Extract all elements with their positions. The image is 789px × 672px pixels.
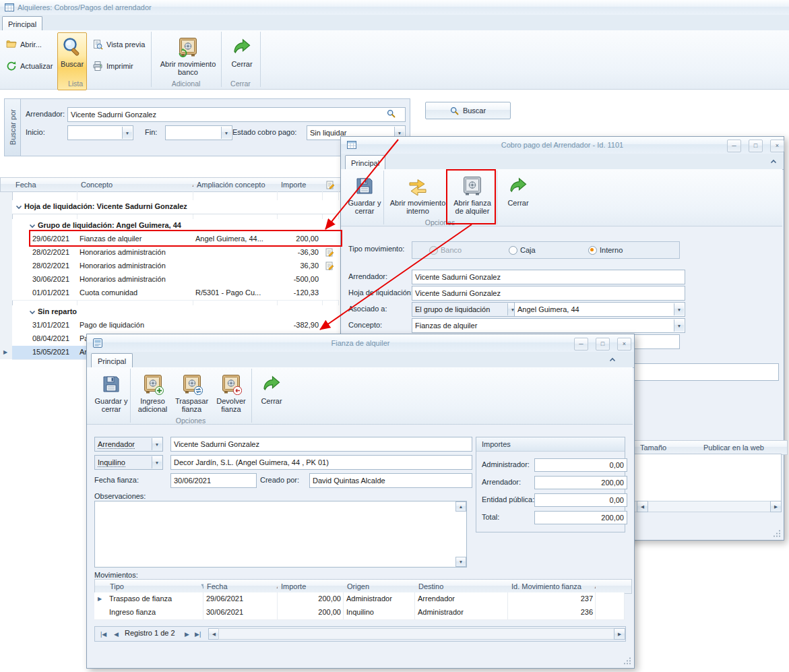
collapse-ribbon-icon[interactable] bbox=[768, 156, 779, 166]
arrendador-input[interactable]: Vicente Sadurni Gonzalez bbox=[67, 107, 406, 122]
refresh-button[interactable]: Actualizar bbox=[4, 59, 55, 73]
mov-table-row[interactable]: ▶ Traspaso de fianza 29/06/2021 200,00 A… bbox=[94, 592, 625, 607]
table-row[interactable]: 31/01/2021 Pago de liquidación -382,90 bbox=[12, 319, 339, 333]
inicio-date-combo[interactable]: ▼ bbox=[67, 125, 133, 140]
table-row[interactable]: 29/06/2021 Fianzas de alquiler Angel Gui… bbox=[12, 233, 339, 247]
table-row[interactable]: 28/02/2021 Honorarios administración 36,… bbox=[12, 259, 339, 274]
entidad-publica-input[interactable]: 0,00 bbox=[534, 493, 627, 507]
creado-por-input[interactable]: David Quintas Alcalde bbox=[309, 473, 472, 488]
scroll-up-icon[interactable]: ▲ bbox=[455, 501, 466, 512]
dialog-cobro-titlebar: Cobro pago del Arrendador - Id. 1101 ─ □… bbox=[341, 137, 784, 154]
table-row[interactable]: 28/02/2021 Honorarios administración -36… bbox=[12, 246, 339, 260]
transfer-deposit-button[interactable]: Traspasar fianza bbox=[172, 369, 211, 421]
maximize-button[interactable]: □ bbox=[596, 338, 610, 350]
scroll-right-icon[interactable]: ▶ bbox=[770, 501, 782, 512]
safe-plus-icon bbox=[142, 373, 164, 395]
chevron-down-icon[interactable]: ▼ bbox=[674, 303, 684, 315]
radio-banco[interactable] bbox=[429, 246, 438, 255]
grid-header-ampliacion[interactable]: Ampliación concepto bbox=[193, 177, 285, 192]
inquilino-input[interactable]: Decor Jardín, S.L. (Angel Guimera, 44 , … bbox=[170, 455, 472, 470]
fecha-fianza-input[interactable]: 30/06/2021 bbox=[170, 473, 257, 488]
mov-header-tipo[interactable]: Tipo bbox=[106, 579, 211, 594]
ribbon-separator bbox=[260, 32, 261, 87]
close-dialog-ribbon-button[interactable]: Cerrar bbox=[254, 369, 289, 421]
additional-deposit-button[interactable]: Ingreso adicional bbox=[133, 369, 172, 421]
main-ribbon: Abrir... Actualizar Buscar Vista previa … bbox=[0, 30, 789, 90]
mov-header-importe[interactable]: Importe bbox=[278, 579, 351, 594]
nav-prev-icon[interactable]: ◀ bbox=[114, 630, 119, 639]
grid-header-concepto[interactable]: Concepto ▲ bbox=[77, 177, 201, 192]
close-dialog-ribbon-button[interactable]: Cerrar bbox=[499, 171, 537, 223]
preview-button[interactable]: Vista previa bbox=[90, 38, 147, 51]
table-row[interactable]: 30/06/2021 Honorarios administración -50… bbox=[12, 273, 339, 287]
chevron-down-icon[interactable]: ▼ bbox=[152, 456, 162, 468]
open-internal-movement-button[interactable]: Abrir movimiento interno bbox=[386, 171, 449, 223]
return-deposit-button[interactable]: Devolver fianza bbox=[212, 369, 251, 421]
total-input[interactable]: 200,00 bbox=[534, 511, 627, 524]
chevron-down-icon[interactable]: ▼ bbox=[674, 319, 684, 332]
chevron-down-icon[interactable]: ▼ bbox=[221, 127, 231, 139]
dialog-fianza-ribbon: Guardar y cerrar Ingreso adicional Trasp… bbox=[87, 367, 633, 425]
horizontal-scrollbar[interactable] bbox=[218, 628, 615, 640]
attachments-header-publicar[interactable]: Publicar en la web bbox=[700, 440, 788, 455]
minimize-button[interactable]: ─ bbox=[727, 140, 741, 152]
resize-grip-icon[interactable] bbox=[623, 656, 631, 665]
chevron-down-icon[interactable]: ▼ bbox=[122, 127, 132, 139]
save-close-button[interactable]: Guardar y cerrar bbox=[346, 171, 383, 223]
swap-arrows-icon bbox=[407, 175, 429, 197]
scroll-down-icon[interactable]: ▼ bbox=[455, 557, 466, 567]
radio-caja[interactable] bbox=[509, 246, 517, 255]
open-deposit-button[interactable]: Abrir fianza de alquiler bbox=[449, 171, 496, 223]
attachments-header-tamano[interactable]: Tamaño bbox=[637, 440, 707, 455]
close-button[interactable]: × bbox=[770, 140, 784, 152]
chevron-down-icon[interactable]: ▼ bbox=[152, 438, 162, 450]
note-icon[interactable] bbox=[325, 262, 334, 270]
arrendador-mode-combo[interactable]: Arrendador ▼ bbox=[94, 437, 163, 452]
scroll-left-icon[interactable]: ◀ bbox=[637, 501, 648, 512]
search-side-tab[interactable]: Buscar por bbox=[4, 98, 22, 156]
resize-grip-icon[interactable] bbox=[773, 529, 781, 537]
tab-principal[interactable]: Principal bbox=[345, 155, 385, 170]
nav-next-icon[interactable]: ▶ bbox=[185, 630, 189, 639]
collapse-ribbon-icon[interactable] bbox=[607, 355, 618, 364]
open-button[interactable]: Abrir... bbox=[4, 38, 44, 51]
mov-table-row[interactable]: Ingreso fianza 30/06/2021 200,00 Inquili… bbox=[94, 606, 625, 620]
maximize-button[interactable]: □ bbox=[749, 140, 763, 152]
group-row-grupo[interactable]: Grupo de liquidación: Angel Guimera, 44 bbox=[12, 219, 339, 233]
mov-header-id[interactable]: Id. Movimiento fianza ▲ bbox=[508, 579, 603, 594]
mov-header-destino[interactable]: Destino bbox=[415, 579, 515, 594]
print-button[interactable]: Imprimir bbox=[90, 59, 135, 73]
nav-first-icon[interactable]: |◀ bbox=[100, 630, 106, 639]
mov-header-origen[interactable]: Origen bbox=[344, 579, 422, 594]
nav-last-icon[interactable]: ▶| bbox=[195, 630, 201, 639]
grid-header-fecha[interactable]: Fecha bbox=[12, 177, 85, 192]
arrendador-importe-input[interactable]: 200,00 bbox=[534, 476, 627, 489]
arrendador-input[interactable]: Vicente Sadurni Gonzalez bbox=[170, 437, 472, 452]
concepto-combo[interactable]: Fianzas de alquiler ▼ bbox=[412, 318, 685, 333]
group-row-sin-reparto[interactable]: Sin reparto bbox=[12, 305, 339, 319]
search-button[interactable]: Buscar bbox=[425, 102, 511, 119]
minimize-button[interactable]: ─ bbox=[574, 338, 588, 350]
table-row[interactable]: 01/01/2021 Cuota comunidad R/5301 - Pago… bbox=[12, 286, 339, 301]
radio-banco-label: Banco bbox=[441, 246, 462, 255]
administrador-input[interactable]: 0,00 bbox=[534, 458, 627, 472]
close-button[interactable]: × bbox=[617, 338, 631, 350]
tipo-movimiento-label: Tipo movimiento: bbox=[348, 245, 404, 253]
hoja-liquidacion-input[interactable]: Vicente Sadurni Gonzalez bbox=[412, 286, 685, 301]
lookup-search-icon[interactable] bbox=[387, 109, 396, 118]
group-row-hoja[interactable]: Hoja de liquidación: Vicente Sadurni Gon… bbox=[12, 200, 339, 214]
arrendador-input[interactable]: Vicente Sadurni Gonzalez bbox=[412, 270, 685, 284]
tab-principal[interactable]: Principal bbox=[91, 353, 133, 368]
observaciones-textarea[interactable] bbox=[94, 501, 467, 568]
save-close-button[interactable]: Guardar y cerrar bbox=[94, 369, 129, 421]
mov-header-fecha[interactable]: Fecha ▲ bbox=[203, 579, 285, 594]
radio-interno[interactable] bbox=[588, 246, 597, 255]
note-icon[interactable] bbox=[325, 248, 334, 257]
inquilino-mode-combo[interactable]: Inquilino ▼ bbox=[94, 455, 163, 470]
tab-principal[interactable]: Principal bbox=[2, 16, 42, 31]
scroll-right-icon[interactable]: ▶ bbox=[614, 628, 625, 640]
dialog-title: Cobro pago del Arrendador - Id. 1101 bbox=[341, 141, 784, 149]
asociado-tipo-combo[interactable]: El grupo de liquidación ▼ bbox=[412, 302, 519, 317]
asociado-valor-combo[interactable]: Angel Guimera, 44 ▼ bbox=[514, 302, 685, 317]
fin-date-combo[interactable]: ▼ bbox=[165, 125, 232, 140]
